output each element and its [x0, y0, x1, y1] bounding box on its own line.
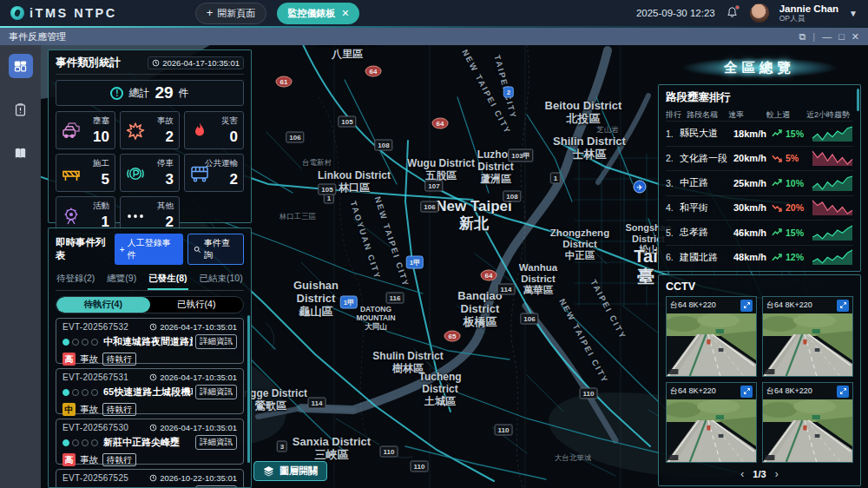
road-name: 縣民大道 [680, 127, 733, 140]
cctv-tile[interactable]: 台64 8K+220 [762, 296, 853, 377]
progress-dot [72, 439, 79, 446]
page-indicator: 1/3 [753, 469, 766, 479]
prev-page-icon[interactable]: ‹ [740, 468, 744, 480]
cctv-tile[interactable]: 台64 8K+220 [666, 296, 757, 377]
scrollbar[interactable] [247, 315, 250, 463]
progress-dot [72, 339, 79, 346]
parking-icon [125, 163, 146, 184]
layer-toggle-button[interactable]: 圖層開關 [253, 461, 327, 481]
road-speed: 18km/h [733, 129, 772, 139]
event-card[interactable]: EVT-202567531 2026-04-17-10:35:01 65快速道路… [56, 368, 244, 414]
sidebar-item-dashboard[interactable] [9, 54, 33, 78]
stat-card-公共運輸[interactable]: 公共運輸 2 [184, 154, 244, 192]
trend-sparkline [812, 224, 853, 241]
stat-card-停車[interactable]: 停車 3 [120, 154, 180, 192]
detail-button[interactable]: 詳細資訊 [195, 435, 237, 450]
clock-icon [152, 59, 160, 67]
scrollbar[interactable] [857, 89, 859, 111]
status-badge: 待執行 [102, 453, 136, 466]
ranking-title: 路段壅塞排行 [666, 90, 853, 105]
detail-button[interactable]: 詳細資訊 [195, 334, 237, 349]
event-subtab[interactable]: 待執行(4) [56, 297, 150, 313]
stat-value: 2 [166, 129, 174, 146]
expand-button[interactable] [837, 300, 849, 312]
maximize-icon[interactable]: □ [838, 31, 845, 42]
notification-bell-icon[interactable] [726, 6, 740, 20]
col-name: 路段名稱 [687, 109, 718, 121]
chevron-down-icon[interactable]: ▼ [849, 9, 858, 18]
tab-dashboard-label: 監控儀錶板 [287, 7, 335, 20]
event-tab[interactable]: 總覽(9) [106, 271, 137, 290]
ranking-row[interactable]: 2. 文化路一段 20km/h 5% [666, 146, 853, 171]
ranking-row[interactable]: 4. 和平街 30km/h 20% [666, 195, 853, 221]
new-page-button[interactable]: + 開新頁面 [195, 3, 267, 24]
event-card[interactable]: EVT-202567525 2026-10-22-10:35:01 65快速道路… [56, 469, 244, 488]
trend-down-icon [772, 154, 783, 163]
event-search-button[interactable]: 事件查詢 [187, 234, 244, 265]
cctv-tile[interactable]: 台64 8K+220 [762, 382, 853, 463]
event-type: 事故 [80, 404, 98, 416]
close-icon[interactable]: ✕ [852, 31, 859, 43]
col-speed: 速率 [728, 109, 766, 121]
stat-card-壅塞[interactable]: 壅塞 10 [56, 111, 115, 149]
user-block[interactable]: Jannie Chan OP人員 [779, 3, 838, 23]
next-page-icon[interactable]: › [775, 468, 779, 480]
expand-button[interactable] [740, 300, 753, 312]
event-tab[interactable]: 已結束(10) [199, 271, 244, 290]
event-list-title: 即時事件列表 [56, 236, 115, 262]
accident-icon [125, 121, 146, 142]
stat-label: 壅塞 [93, 115, 109, 127]
detail-button[interactable]: 詳細資訊 [195, 385, 237, 399]
event-title: 65快速道路土城段機車事故 [103, 386, 193, 399]
ranking-columns: 排行 路段名稱 速率 較上週 近2小時趨勢 [666, 109, 853, 121]
event-card[interactable]: EVT-202567532 2026-04-17-10:35:01 中和連城路夜… [56, 318, 244, 364]
ranking-row[interactable]: 3. 中正路 25km/h 10% [666, 170, 853, 195]
road-speed: 48km/h [733, 252, 772, 262]
progress-dot [91, 389, 98, 396]
event-card[interactable]: EVT-202567530 2026-04-17-10:35:01 新莊中正路尖… [56, 419, 244, 465]
trend-up-icon [772, 228, 783, 237]
stat-value: 3 [166, 171, 174, 188]
expand-button[interactable] [740, 386, 753, 398]
stat-card-災害[interactable]: 災害 0 [184, 111, 244, 149]
stat-card-施工[interactable]: 施工 5 [56, 154, 115, 192]
ranking-row[interactable]: 1. 縣民大道 18km/h 15% [666, 121, 853, 146]
ranking-row[interactable]: 6. 建國北路 48km/h 12% [666, 245, 853, 270]
status-badge: 待執行 [102, 403, 136, 416]
manual-register-button[interactable]: + 人工登錄事件 [115, 234, 183, 265]
event-tab[interactable]: 已發生(8) [148, 271, 187, 290]
stat-label: 其他 [157, 201, 174, 212]
stat-label: 施工 [93, 158, 109, 169]
trend-sparkline [812, 175, 853, 192]
rank-number: 3. [666, 178, 680, 188]
sidebar-item-map-book[interactable] [9, 141, 33, 165]
event-type: 事故 [80, 454, 98, 466]
ranking-row[interactable]: 5. 忠孝路 46km/h 15% [666, 220, 853, 245]
cctv-panel: CCTV 台64 8K+220 台64 8K+220 台64 8K+220 [658, 274, 861, 486]
tab-close-icon[interactable]: ✕ [341, 8, 349, 19]
main-area: Bali District八里區Beitou District北投區Shilin… [0, 45, 868, 488]
notification-dot [735, 5, 740, 10]
camera-feed-image [763, 399, 852, 462]
avatar[interactable] [750, 3, 769, 23]
open-external-icon[interactable]: ⧉ [799, 31, 806, 43]
stat-label: 停車 [157, 158, 174, 169]
cctv-title: CCTV [666, 280, 853, 293]
tab-dashboard[interactable]: 監控儀錶板 ✕ [277, 3, 359, 24]
page-title: 事件反應管理 [9, 30, 66, 43]
event-tab[interactable]: 待登錄(2) [56, 271, 95, 290]
event-subtab[interactable]: 已執行(4) [150, 297, 244, 313]
minimize-icon[interactable]: — [822, 31, 832, 42]
expand-button[interactable] [837, 386, 849, 398]
stats-grid: 壅塞 10 事故 2 災害 0 施工 5 停車 3 公共運輸 2 活動 1 其他… [56, 111, 244, 234]
week-change: 20% [772, 202, 812, 213]
event-time: 2026-10-22-10:35:01 [149, 473, 237, 483]
event-time: 2026-04-17-10:35:01 [149, 373, 237, 382]
user-name: Jannie Chan [779, 3, 838, 15]
event-cards: EVT-202567532 2026-04-17-10:35:01 中和連城路夜… [56, 318, 244, 488]
layers-icon [263, 465, 274, 477]
stat-card-事故[interactable]: 事故 2 [120, 111, 180, 149]
cctv-tile[interactable]: 台64 8K+220 [666, 382, 757, 463]
progress-dot [62, 389, 69, 396]
sidebar-item-reports[interactable] [9, 97, 33, 122]
